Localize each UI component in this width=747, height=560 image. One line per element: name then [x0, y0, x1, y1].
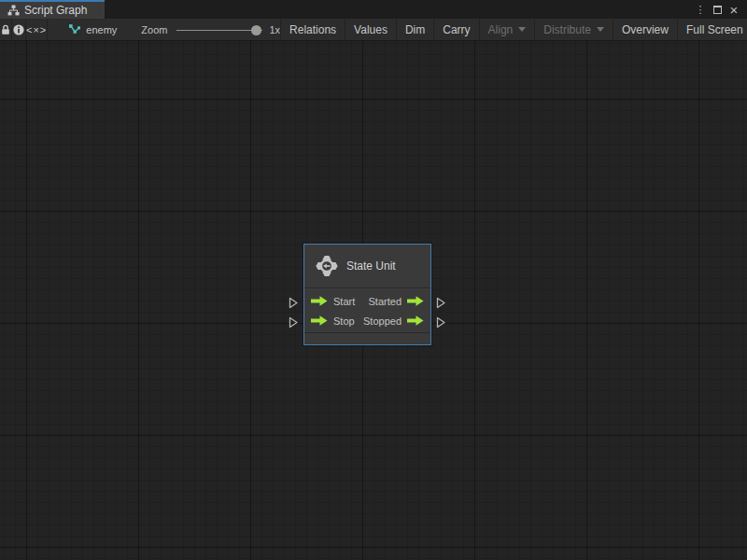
- toolbar-button-group: Relations Values Dim Carry Align Distrib…: [280, 19, 747, 40]
- input-port-start[interactable]: Start: [311, 296, 355, 307]
- tab-label: Script Graph: [24, 4, 87, 17]
- distribute-dropdown: Distribute: [534, 19, 613, 40]
- carry-button[interactable]: Carry: [433, 19, 478, 40]
- output-port-started[interactable]: Started: [369, 296, 424, 307]
- flow-arrow-icon: [311, 296, 328, 306]
- hierarchy-icon: [7, 5, 20, 16]
- output-connector-started[interactable]: [436, 297, 446, 309]
- node-title: State Unit: [346, 259, 396, 273]
- zoom-slider[interactable]: [176, 24, 262, 35]
- dim-button[interactable]: Dim: [396, 19, 433, 40]
- graph-breadcrumb[interactable]: enemy: [68, 19, 117, 40]
- info-icon: [12, 23, 25, 36]
- port-row: Stop Stopped: [304, 311, 430, 330]
- flow-arrow-icon: [311, 315, 328, 326]
- lock-button[interactable]: [0, 19, 12, 40]
- maximize-icon[interactable]: [709, 0, 726, 19]
- state-unit-node[interactable]: State Unit Start Started: [303, 244, 431, 345]
- output-port-stopped[interactable]: Stopped: [363, 315, 424, 327]
- code-toggle-glyph: <×>: [26, 24, 47, 35]
- state-unit-icon: [316, 255, 338, 277]
- node-ports: Start Started Stop Stopped: [304, 288, 430, 333]
- graph-canvas[interactable]: State Unit Start Started: [0, 41, 747, 560]
- graph-name: enemy: [86, 24, 117, 35]
- script-graph-icon: [68, 23, 81, 36]
- zoom-slider-track[interactable]: [176, 30, 262, 31]
- output-connector-stopped[interactable]: [436, 316, 446, 329]
- flow-arrow-icon: [407, 296, 424, 306]
- input-port-stop[interactable]: Stop: [311, 315, 355, 327]
- code-preview-toggle[interactable]: <×>: [26, 19, 48, 40]
- flow-arrow-icon: [407, 315, 424, 326]
- port-row: Start Started: [304, 291, 430, 311]
- chevron-down-icon: [597, 27, 604, 32]
- zoom-control: Zoom 1x: [141, 19, 280, 40]
- overview-button[interactable]: Overview: [613, 19, 677, 40]
- chevron-down-icon: [518, 27, 526, 32]
- node-header[interactable]: State Unit: [304, 245, 430, 288]
- input-connector-start[interactable]: [289, 297, 299, 309]
- input-connector-stop[interactable]: [289, 316, 299, 329]
- align-dropdown: Align: [479, 19, 535, 40]
- window-tab-bar: Script Graph ⋮ ×: [0, 0, 747, 19]
- lock-icon: [0, 23, 11, 36]
- zoom-value: 1x: [269, 24, 280, 35]
- values-button[interactable]: Values: [345, 19, 396, 40]
- zoom-label: Zoom: [141, 24, 167, 35]
- more-menu-icon[interactable]: ⋮: [692, 0, 709, 19]
- node-footer: [304, 333, 430, 344]
- close-icon[interactable]: ×: [726, 0, 742, 19]
- full-screen-button[interactable]: Full Screen: [677, 19, 747, 40]
- info-button[interactable]: [12, 19, 26, 40]
- tab-script-graph[interactable]: Script Graph: [0, 0, 105, 19]
- relations-button[interactable]: Relations: [280, 19, 345, 40]
- zoom-slider-handle[interactable]: [251, 25, 261, 35]
- window-controls: ⋮ ×: [692, 0, 747, 19]
- graph-toolbar: <×> enemy Zoom 1x Relations Values Dim C…: [0, 19, 747, 41]
